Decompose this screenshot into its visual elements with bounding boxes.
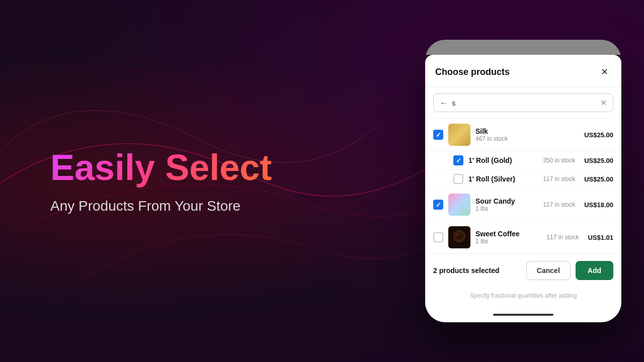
silk-silver-info: 1' Roll (Silver) <box>468 175 538 183</box>
product-item-sour-candy: Sour Candy 1 lbs 117 in stock US$18.00 <box>425 189 621 221</box>
home-indicator <box>493 314 553 316</box>
sweet-coffee-price: US$1.01 <box>588 234 613 241</box>
footer-buttons: Cancel Add <box>526 261 613 280</box>
spec-note: Specify fractional quantities after addi… <box>425 287 621 307</box>
silk-gold-checkbox[interactable] <box>453 155 463 165</box>
sweet-coffee-sub: 1 lbs <box>475 238 541 245</box>
silk-silver-name: 1' Roll (Silver) <box>468 175 538 183</box>
choose-products-dialog: Choose products ✕ ← ✕ Silk <box>425 55 621 307</box>
silk-thumbnail <box>448 124 470 146</box>
phone-container: Choose products ✕ ← ✕ Silk <box>418 0 629 362</box>
cancel-button[interactable]: Cancel <box>526 261 571 280</box>
sweet-coffee-stock: 117 in stock <box>546 234 579 241</box>
phone-top-bar <box>425 40 621 55</box>
sub-heading: Any Products From Your Store <box>50 198 240 214</box>
silk-gold-stock: 350 in stock <box>543 157 575 164</box>
product-list: Silk 467 in stock US$25.00 1' Roll (Gold… <box>425 119 621 253</box>
phone-frame: Choose products ✕ ← ✕ Silk <box>425 40 621 322</box>
product-item-silk: Silk 467 in stock US$25.00 <box>425 119 621 151</box>
add-button[interactable]: Add <box>576 261 613 280</box>
silk-silver-checkbox[interactable] <box>453 174 463 184</box>
dialog-header: Choose products ✕ <box>425 55 621 87</box>
sour-candy-sub: 1 lbs <box>475 205 538 212</box>
left-section: Easily Select Any Products From Your Sto… <box>0 0 382 362</box>
sour-candy-stock: 117 in stock <box>543 201 575 208</box>
search-back-icon[interactable]: ← <box>440 99 448 108</box>
search-input[interactable] <box>452 99 596 107</box>
silk-gold-name: 1' Roll (Gold) <box>468 156 538 164</box>
silk-variant-silver: 1' Roll (Silver) 117 in stock US$25.00 <box>425 170 621 189</box>
sour-candy-checkbox[interactable] <box>433 200 443 210</box>
search-input-wrapper: ← ✕ <box>433 94 613 112</box>
product-item-sweet-coffee: Sweet Coffee 1 lbs 117 in stock US$1.01 <box>425 221 621 253</box>
sour-candy-info: Sour Candy 1 lbs <box>475 197 538 212</box>
search-clear-icon[interactable]: ✕ <box>600 98 607 108</box>
silk-price: US$25.00 <box>584 131 613 139</box>
search-bar: ← ✕ <box>425 87 621 119</box>
phone-bottom <box>425 307 621 322</box>
sweet-coffee-info: Sweet Coffee 1 lbs <box>475 230 541 245</box>
sour-candy-price: US$18.00 <box>584 201 613 209</box>
dialog-title: Choose products <box>435 67 510 77</box>
sour-candy-name: Sour Candy <box>475 197 538 205</box>
silk-silver-stock: 117 in stock <box>543 175 575 183</box>
silk-name: Silk <box>475 127 579 135</box>
silk-checkbox[interactable] <box>433 130 443 140</box>
sweet-coffee-name: Sweet Coffee <box>475 230 541 238</box>
dialog-footer: 2 products selected Cancel Add <box>425 253 621 287</box>
silk-gold-info: 1' Roll (Gold) <box>468 156 538 164</box>
sweet-coffee-thumbnail <box>448 226 470 248</box>
silk-variant-gold: 1' Roll (Gold) 350 in stock US$25.00 <box>425 151 621 170</box>
silk-stock: 467 in stock <box>475 135 579 142</box>
silk-info: Silk 467 in stock <box>475 127 579 142</box>
close-dialog-button[interactable]: ✕ <box>597 65 611 79</box>
main-heading: Easily Select <box>50 148 272 188</box>
sour-candy-thumbnail <box>448 194 470 216</box>
silk-silver-price: US$25.00 <box>584 175 613 183</box>
silk-gold-price: US$25.00 <box>584 157 613 164</box>
sweet-coffee-checkbox[interactable] <box>433 232 443 242</box>
svg-point-3 <box>456 233 459 236</box>
selected-count: 2 products selected <box>433 266 500 275</box>
